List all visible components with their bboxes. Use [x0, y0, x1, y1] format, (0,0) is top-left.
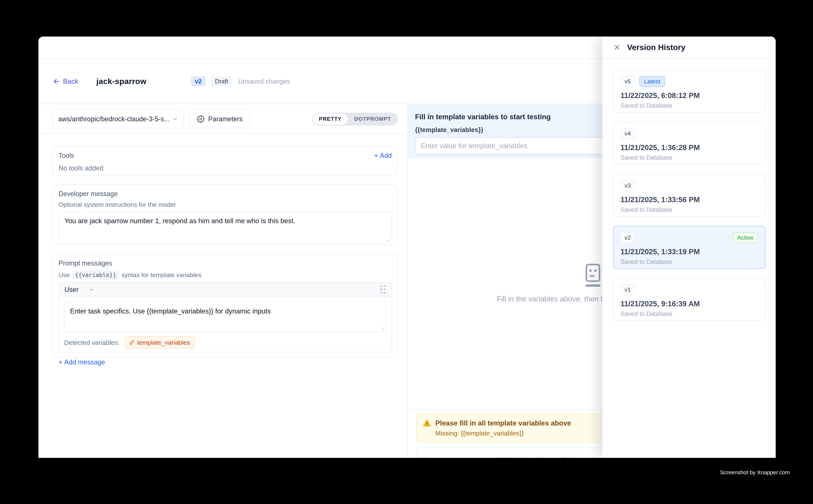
- message-block: User Enter task specifics. U: [59, 282, 392, 352]
- developer-message-title: Developer message: [59, 190, 392, 198]
- resize-grip-icon[interactable]: [385, 237, 390, 242]
- version-state-badge: Active: [733, 232, 758, 243]
- add-tool-button[interactable]: + Add: [374, 152, 392, 160]
- variable-syntax-chip: {{variable}}: [72, 270, 119, 279]
- version-number-badge: v2: [621, 232, 635, 243]
- developer-message-textarea[interactable]: You are jack sparrow number 1, respond a…: [59, 211, 392, 244]
- app-window: Back jack-sparrow v2 Draft Unsaved chang…: [38, 37, 776, 458]
- tools-card: Tools + Add No tools added: [53, 146, 398, 176]
- version-source: Saved to Database: [621, 102, 758, 109]
- version-number-badge: v1: [621, 284, 635, 295]
- unsaved-changes-text: Unsaved changes: [238, 78, 290, 85]
- version-state-badge: Latest: [639, 76, 665, 87]
- developer-message-card: Developer message Optional system instru…: [53, 184, 398, 245]
- empty-state-text: Fill in the variables above, then typ: [497, 295, 611, 303]
- version-timestamp: 11/21/2025, 9:16:39 AM: [621, 300, 758, 308]
- version-number-badge: v4: [621, 128, 635, 139]
- warning-title: Please fill in all template variables ab…: [435, 419, 571, 427]
- chevron-down-icon: [88, 287, 94, 293]
- version-card[interactable]: v1 11/21/2025, 9:16:39 AM Saved to Datab…: [613, 278, 766, 321]
- version-source: Saved to Database: [621, 258, 758, 265]
- page-title: jack-sparrow: [96, 77, 146, 86]
- parameters-label: Parameters: [208, 115, 243, 123]
- model-selector-value: aws/anthropic/bedrock-claude-3-5-s...: [58, 115, 169, 123]
- version-badge: v2: [191, 76, 206, 86]
- format-toggle: PRETTY DOTPROMPT: [312, 113, 398, 126]
- model-selector[interactable]: aws/anthropic/bedrock-claude-3-5-s...: [53, 110, 184, 128]
- version-card[interactable]: v4 11/21/2025, 1:36:28 PM Saved to Datab…: [613, 122, 766, 165]
- version-number-badge: v3: [621, 180, 635, 191]
- tools-title: Tools: [59, 152, 74, 160]
- role-selector[interactable]: User: [64, 286, 94, 294]
- prompt-messages-title: Prompt messages: [59, 259, 392, 267]
- back-button[interactable]: Back: [53, 78, 78, 85]
- drag-handle[interactable]: [381, 285, 386, 294]
- add-message-button[interactable]: + Add message: [59, 358, 392, 366]
- version-source: Saved to Database: [621, 154, 758, 161]
- version-timestamp: 11/21/2025, 1:33:19 PM: [621, 248, 758, 256]
- version-timestamp: 11/22/2025, 6:08:12 PM: [621, 91, 758, 100]
- version-card[interactable]: v2 Active 11/21/2025, 1:33:19 PM Saved t…: [613, 226, 766, 269]
- user-message-textarea[interactable]: Enter task specifics. Use {{template_var…: [64, 301, 386, 332]
- gear-icon: [197, 115, 205, 123]
- back-label: Back: [63, 78, 78, 85]
- version-source: Saved to Database: [621, 206, 758, 213]
- back-arrow-icon: [53, 78, 60, 85]
- tools-empty-text: No tools added: [59, 164, 392, 172]
- detected-variables-row: Detected variables: template_variables: [64, 336, 386, 349]
- editor-cards: Tools + Add No tools added Developer mes…: [38, 134, 407, 358]
- version-source: Saved to Database: [621, 310, 758, 317]
- editor-toolbar: aws/anthropic/bedrock-claude-3-5-s... Pa…: [38, 104, 407, 134]
- watermark-text: Screenshot by Xnapper.com: [720, 469, 790, 476]
- prompt-messages-card: Prompt messages Use {{variable}} syntax …: [53, 254, 398, 358]
- resize-grip-icon[interactable]: [379, 325, 384, 330]
- version-timestamp: 11/21/2025, 1:33:56 PM: [621, 196, 758, 204]
- version-history-title: Version History: [627, 43, 685, 52]
- warning-triangle-icon: [423, 419, 431, 427]
- detected-variables-label: Detected variables:: [64, 339, 119, 346]
- version-number-badge: v5: [621, 76, 635, 87]
- toggle-dotprompt[interactable]: DOTPROMPT: [348, 113, 397, 125]
- pencil-icon: [129, 340, 135, 345]
- role-selector-value: User: [64, 286, 78, 294]
- toggle-pretty[interactable]: PRETTY: [313, 113, 348, 125]
- version-list: v5 Latest 11/22/2025, 6:08:12 PM Saved t…: [602, 58, 776, 321]
- plus-icon: +: [374, 152, 378, 160]
- version-history-panel: Version History v5 Latest 11/22/2025, 6:…: [602, 37, 776, 458]
- status-badge: Draft: [211, 76, 232, 86]
- prompt-editor-pane: aws/anthropic/bedrock-claude-3-5-s... Pa…: [38, 104, 407, 458]
- prompt-messages-subtitle: Use {{variable}} syntax for template var…: [59, 270, 392, 279]
- detected-variable-chip[interactable]: template_variables: [124, 336, 195, 349]
- developer-message-subtitle: Optional system instructions for the mod…: [59, 201, 392, 208]
- message-header: User: [59, 283, 391, 297]
- chevron-down-icon: [172, 116, 178, 122]
- version-history-header: Version History: [602, 37, 776, 58]
- version-timestamp: 11/21/2025, 1:36:28 PM: [621, 143, 758, 152]
- plus-icon: +: [59, 358, 62, 366]
- parameters-button[interactable]: Parameters: [189, 110, 250, 128]
- close-icon[interactable]: [613, 43, 621, 51]
- version-card[interactable]: v3 11/21/2025, 1:33:56 PM Saved to Datab…: [613, 174, 766, 217]
- robot-face-icon: [581, 263, 605, 288]
- version-card[interactable]: v5 Latest 11/22/2025, 6:08:12 PM Saved t…: [613, 70, 766, 113]
